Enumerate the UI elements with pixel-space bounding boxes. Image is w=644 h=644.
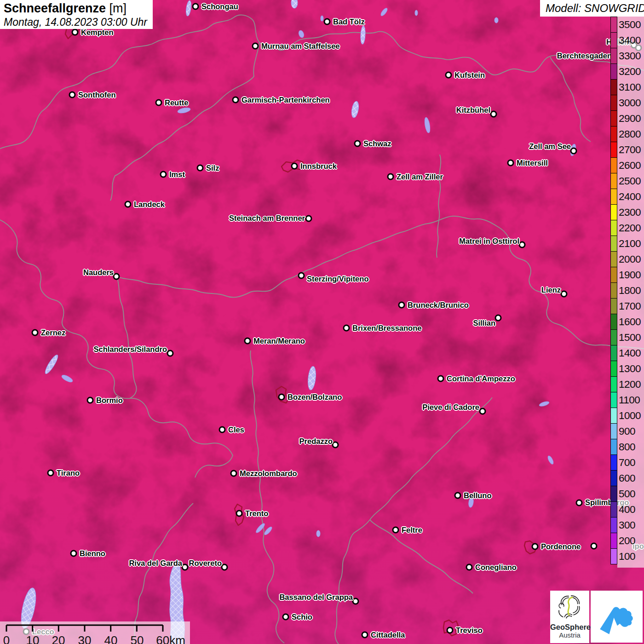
city-label: Cles <box>228 426 244 434</box>
legend-color-block <box>610 251 617 267</box>
city-label: Mittersill <box>517 159 548 167</box>
scalebar-label: 30 <box>78 633 92 644</box>
legend-tick-label: 1900 <box>619 269 641 281</box>
legend-color-block <box>610 157 617 173</box>
city-label: Belluno <box>464 491 492 500</box>
city-marker <box>236 510 243 517</box>
city-marker <box>324 18 331 25</box>
legend-tick-label: 1500 <box>619 332 641 344</box>
city-label: Landeck <box>134 200 165 209</box>
legend-tick-label: 2100 <box>619 238 641 250</box>
scalebar-label: 50 <box>131 633 144 644</box>
legend-color-block <box>610 314 617 330</box>
city-label: Berchtesgaden <box>557 52 612 60</box>
legend-color-block <box>610 517 617 533</box>
geosphere-country: Austria <box>550 631 589 639</box>
city-label: Reutte <box>165 98 188 107</box>
legend-color-block <box>610 48 617 64</box>
legend-tick-label: 3500 <box>619 19 641 31</box>
city-label: Feltre <box>402 526 422 535</box>
legend-tick-label: 1700 <box>619 300 641 312</box>
city-marker <box>561 291 568 298</box>
city-marker <box>230 470 237 477</box>
city-label: Kitzbühel <box>456 106 490 115</box>
city-label: Bozen/Bolzano <box>288 393 342 402</box>
legend-tick-label: 3400 <box>619 34 641 46</box>
city-label: Rovereto <box>189 559 222 568</box>
scalebar-label: 60km <box>156 633 185 644</box>
city-marker <box>332 442 339 448</box>
legend-tick-label: 400 <box>619 504 635 516</box>
city-label: Cittadella <box>371 631 405 639</box>
legend-color-block <box>610 220 617 236</box>
timestamp: Montag, 14.08.2023 03:00 Uhr <box>4 16 149 29</box>
city-label: Riva del Garda <box>129 559 182 568</box>
legend-tick-label: 2500 <box>619 175 641 187</box>
city-label: Zell am Ziller <box>397 172 443 181</box>
legend-color-block <box>610 501 617 518</box>
city-marker <box>447 627 454 634</box>
legend-color-block <box>610 486 617 502</box>
city-marker <box>343 325 350 332</box>
legend-tick-label: 200 <box>619 535 635 547</box>
city-label: Bienno <box>80 549 105 558</box>
city-marker <box>591 543 598 550</box>
city-marker <box>507 160 514 167</box>
legend-color-block <box>610 95 617 111</box>
geosphere-name: GeoSphere <box>550 623 589 631</box>
city-label: Bassano del Grappa <box>279 593 353 602</box>
legend-color-block <box>610 548 617 564</box>
city-marker <box>445 72 452 79</box>
legend-color-block <box>610 345 617 361</box>
legend-tick-label: 3300 <box>619 50 641 62</box>
legend-tick-label: 2200 <box>619 222 641 234</box>
city-marker <box>252 43 259 50</box>
city-marker <box>466 564 473 571</box>
city-label: Silz <box>206 164 219 172</box>
city-label: Nauders <box>83 268 114 277</box>
legend-tick-label: 2400 <box>619 191 641 203</box>
city-label: Brixen/Bressanone <box>352 324 421 333</box>
city-marker <box>354 140 361 147</box>
city-label: Innsbruck <box>300 162 337 171</box>
legend-color-block <box>610 267 617 283</box>
legend-color-block <box>610 361 617 377</box>
city-label: Treviso <box>456 626 483 635</box>
city-marker <box>454 492 461 499</box>
city-label: Schongau <box>201 2 238 11</box>
city-marker <box>495 315 502 322</box>
legend-tick-label: 700 <box>619 457 635 469</box>
legend-tick-label: 2700 <box>619 144 641 156</box>
legend-tick-label: 100 <box>619 551 635 563</box>
legend-color-block <box>610 392 617 408</box>
city-label: Conegliano <box>475 563 517 572</box>
city-label: Steinach am Brenner <box>229 214 305 223</box>
legend-tick-label: 3100 <box>619 81 641 93</box>
legend-color-block <box>610 329 617 345</box>
scalebar-label: 20 <box>52 633 65 644</box>
legend-tick-label: 2300 <box>619 207 641 218</box>
legend-tick-label: 1400 <box>619 347 641 359</box>
title-unit: [m] <box>109 1 127 15</box>
model-panel: Modell: SNOWGRID <box>540 0 644 17</box>
city-marker <box>244 338 251 345</box>
city-label: Pieve di Cadore <box>422 403 479 412</box>
legend-color-block <box>610 126 617 142</box>
legend-color-block <box>610 189 617 205</box>
city-label: Bad Tölz <box>333 17 365 26</box>
legend-tick-label: 800 <box>619 441 635 453</box>
city-label: Lienz <box>541 286 561 294</box>
legend-tick-label: 1800 <box>619 285 641 297</box>
city-label: Predazzo <box>299 437 333 446</box>
model-label: Modell: SNOWGRID <box>546 2 644 14</box>
legend-tick-label: 1000 <box>619 410 641 422</box>
legend-color-block <box>610 439 617 455</box>
legend-color-block <box>610 454 617 471</box>
city-label: Bruneck/Brunico <box>408 301 469 310</box>
city-label: Meran/Merano <box>253 337 305 345</box>
legend-color-block <box>610 423 617 439</box>
legend-tick-label: 2900 <box>619 113 641 125</box>
city-marker <box>182 564 189 571</box>
city-marker <box>72 29 79 36</box>
city-marker <box>69 92 76 98</box>
